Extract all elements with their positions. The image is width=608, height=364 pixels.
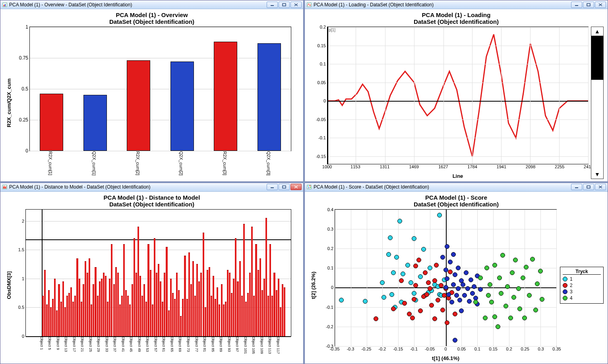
dmodx-bar[interactable] (280, 307, 281, 336)
score-point[interactable] (517, 306, 522, 311)
score-point[interactable] (456, 266, 461, 270)
dmodx-bar[interactable] (160, 281, 161, 336)
dmodx-bar[interactable] (62, 281, 64, 336)
close-button[interactable] (595, 184, 606, 190)
dmodx-bar[interactable] (97, 296, 99, 336)
score-point[interactable] (421, 247, 426, 252)
dmodx-bar[interactable] (42, 296, 44, 336)
score-point[interactable] (429, 303, 434, 308)
dmodx-bar[interactable] (211, 296, 212, 336)
dmodx-bar[interactable] (215, 299, 216, 336)
dmodx-bar[interactable] (81, 302, 82, 336)
score-point[interactable] (464, 270, 469, 275)
score-point[interactable] (394, 255, 399, 260)
dmodx-bar[interactable] (273, 273, 275, 336)
dmodx-bar[interactable] (134, 238, 135, 336)
dmodx-bar[interactable] (194, 296, 196, 336)
score-point[interactable] (402, 301, 407, 306)
dmodx-bar[interactable] (253, 296, 255, 336)
dmodx-bar[interactable] (54, 279, 56, 336)
dmodx-bar[interactable] (50, 307, 52, 336)
dmodx-bar[interactable] (182, 299, 184, 336)
dmodx-bar[interactable] (58, 284, 60, 336)
dmodx-bar[interactable] (83, 284, 84, 336)
dmodx-bar[interactable] (72, 302, 74, 336)
titlebar-overview[interactable]: PCA Model (1) - Overview - DataSet (Obje… (0, 0, 303, 9)
score-point[interactable] (446, 292, 451, 297)
score-point[interactable] (484, 266, 489, 270)
dmodx-bar[interactable] (284, 287, 285, 336)
score-point[interactable] (453, 272, 457, 277)
dmodx-bar[interactable] (68, 293, 70, 336)
dmodx-bar[interactable] (48, 290, 50, 336)
score-point[interactable] (469, 277, 473, 282)
score-point[interactable] (412, 236, 416, 241)
score-point[interactable] (511, 295, 516, 300)
dmodx-bar[interactable] (121, 296, 123, 336)
dmodx-bar[interactable] (213, 276, 214, 336)
score-point[interactable] (399, 278, 404, 283)
maximize-button[interactable] (279, 2, 290, 8)
score-point[interactable] (428, 286, 432, 291)
score-point[interactable] (454, 293, 459, 298)
overview-bar[interactable] (40, 94, 63, 150)
score-point[interactable] (374, 316, 378, 321)
dmodx-bar[interactable] (143, 284, 145, 336)
dmodx-bar[interactable] (74, 296, 76, 336)
dmodx-bar[interactable] (70, 287, 72, 336)
score-point[interactable] (492, 263, 497, 268)
dmodx-bar[interactable] (258, 270, 259, 336)
dmodx-bar[interactable] (265, 218, 267, 336)
score-point[interactable] (540, 297, 544, 302)
score-point[interactable] (426, 280, 431, 285)
dmodx-bar[interactable] (117, 273, 119, 336)
dmodx-plot[interactable]: 00.511.52 (25, 209, 291, 337)
score-point[interactable] (388, 235, 393, 240)
titlebar-loading[interactable]: PCA Model (1) - Loading - DataSet (Objec… (305, 0, 608, 9)
dmodx-bar[interactable] (87, 273, 88, 336)
score-point[interactable] (478, 275, 483, 280)
dmodx-bar[interactable] (203, 233, 204, 336)
dmodx-bar[interactable] (231, 293, 232, 336)
score-point[interactable] (391, 270, 396, 275)
dmodx-bar[interactable] (60, 302, 62, 336)
score-point[interactable] (524, 265, 529, 270)
score-point[interactable] (470, 291, 475, 296)
overview-bar[interactable] (127, 60, 150, 150)
dmodx-bar[interactable] (219, 304, 220, 336)
dmodx-bar[interactable] (180, 316, 182, 336)
score-plot[interactable]: -0.3-0.2-0.100.10.20.30.4 (335, 209, 557, 347)
score-point[interactable] (467, 299, 472, 304)
maximize-button[interactable] (583, 184, 594, 190)
titlebar-dmodx[interactable]: PCA Model (1) - Distance to Model - Data… (0, 183, 303, 192)
dmodx-bar[interactable] (207, 270, 208, 336)
maximize-button[interactable] (583, 2, 594, 8)
dmodx-bar[interactable] (56, 310, 58, 336)
score-point[interactable] (530, 257, 535, 262)
dmodx-bar[interactable] (119, 304, 121, 336)
score-point[interactable] (499, 291, 503, 296)
scroll-track[interactable] (591, 36, 603, 170)
score-point[interactable] (413, 264, 418, 268)
score-point[interactable] (443, 285, 448, 290)
dmodx-bar[interactable] (190, 284, 192, 336)
dmodx-bar[interactable] (156, 273, 157, 336)
dmodx-bar[interactable] (245, 302, 247, 336)
score-point[interactable] (397, 219, 402, 223)
dmodx-bar[interactable] (209, 267, 210, 336)
scroll-thumb[interactable] (591, 36, 603, 80)
dmodx-bar[interactable] (233, 279, 234, 336)
dmodx-bar[interactable] (196, 264, 198, 336)
score-point[interactable] (363, 299, 368, 304)
minimize-button[interactable] (267, 2, 278, 8)
score-point[interactable] (380, 280, 385, 285)
dmodx-bar[interactable] (178, 290, 180, 336)
score-point[interactable] (445, 276, 449, 281)
dmodx-bar[interactable] (123, 244, 125, 336)
dmodx-bar[interactable] (136, 273, 137, 336)
score-point[interactable] (440, 255, 445, 260)
dmodx-bar[interactable] (184, 256, 186, 336)
dmodx-bar[interactable] (271, 296, 273, 336)
dmodx-bar[interactable] (225, 302, 227, 336)
dmodx-bar[interactable] (141, 296, 143, 336)
